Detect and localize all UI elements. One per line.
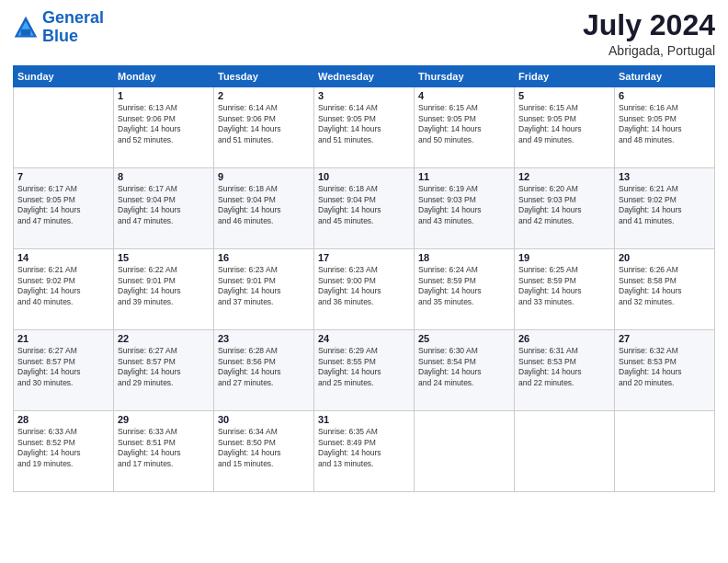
title-block: July 2024 Abrigada, Portugal — [583, 9, 715, 58]
day-number: 5 — [518, 90, 610, 101]
calendar-cell: 15Sunrise: 6:22 AMSunset: 9:01 PMDayligh… — [114, 249, 214, 330]
calendar-header: SundayMondayTuesdayWednesdayThursdayFrid… — [14, 66, 715, 87]
day-info: Sunrise: 6:30 AMSunset: 8:54 PMDaylight:… — [418, 346, 510, 388]
calendar-table: SundayMondayTuesdayWednesdayThursdayFrid… — [13, 65, 715, 492]
day-info: Sunrise: 6:33 AMSunset: 8:52 PMDaylight:… — [17, 427, 109, 469]
location: Abrigada, Portugal — [583, 43, 715, 58]
calendar-cell: 19Sunrise: 6:25 AMSunset: 8:59 PMDayligh… — [515, 249, 615, 330]
calendar-cell — [615, 411, 715, 492]
calendar-cell: 5Sunrise: 6:15 AMSunset: 9:05 PMDaylight… — [515, 87, 615, 168]
calendar-week-row: 1Sunrise: 6:13 AMSunset: 9:06 PMDaylight… — [14, 87, 715, 168]
day-info: Sunrise: 6:17 AMSunset: 9:04 PMDaylight:… — [118, 184, 210, 226]
day-number: 10 — [318, 171, 410, 182]
day-info: Sunrise: 6:28 AMSunset: 8:56 PMDaylight:… — [218, 346, 310, 388]
calendar-cell: 4Sunrise: 6:15 AMSunset: 9:05 PMDaylight… — [415, 87, 515, 168]
calendar-cell: 30Sunrise: 6:34 AMSunset: 8:50 PMDayligh… — [214, 411, 314, 492]
day-info: Sunrise: 6:18 AMSunset: 9:04 PMDaylight:… — [318, 184, 410, 226]
day-info: Sunrise: 6:29 AMSunset: 8:55 PMDaylight:… — [318, 346, 410, 388]
day-info: Sunrise: 6:33 AMSunset: 8:51 PMDaylight:… — [118, 427, 210, 469]
day-info: Sunrise: 6:31 AMSunset: 8:53 PMDaylight:… — [518, 346, 610, 388]
day-number: 4 — [418, 90, 510, 101]
weekday-header: Tuesday — [214, 66, 314, 87]
calendar-cell: 6Sunrise: 6:16 AMSunset: 9:05 PMDaylight… — [615, 87, 715, 168]
day-number: 23 — [218, 333, 310, 344]
calendar-cell: 12Sunrise: 6:20 AMSunset: 9:03 PMDayligh… — [515, 168, 615, 249]
day-number: 6 — [619, 90, 711, 101]
day-number: 24 — [318, 333, 410, 344]
calendar-cell: 13Sunrise: 6:21 AMSunset: 9:02 PMDayligh… — [615, 168, 715, 249]
calendar-week-row: 28Sunrise: 6:33 AMSunset: 8:52 PMDayligh… — [14, 411, 715, 492]
day-info: Sunrise: 6:22 AMSunset: 9:01 PMDaylight:… — [118, 265, 210, 307]
weekday-header: Thursday — [415, 66, 515, 87]
day-number: 27 — [619, 333, 711, 344]
day-number: 14 — [17, 252, 109, 263]
calendar-cell: 8Sunrise: 6:17 AMSunset: 9:04 PMDaylight… — [114, 168, 214, 249]
day-info: Sunrise: 6:17 AMSunset: 9:05 PMDaylight:… — [17, 184, 109, 226]
calendar-cell — [14, 87, 114, 168]
day-info: Sunrise: 6:23 AMSunset: 9:01 PMDaylight:… — [218, 265, 310, 307]
day-info: Sunrise: 6:27 AMSunset: 8:57 PMDaylight:… — [118, 346, 210, 388]
day-info: Sunrise: 6:19 AMSunset: 9:03 PMDaylight:… — [418, 184, 510, 226]
day-number: 3 — [318, 90, 410, 101]
day-number: 9 — [218, 171, 310, 182]
calendar-week-row: 7Sunrise: 6:17 AMSunset: 9:05 PMDaylight… — [14, 168, 715, 249]
calendar-cell: 18Sunrise: 6:24 AMSunset: 8:59 PMDayligh… — [415, 249, 515, 330]
day-number: 13 — [619, 171, 711, 182]
calendar-cell: 20Sunrise: 6:26 AMSunset: 8:58 PMDayligh… — [615, 249, 715, 330]
calendar-cell — [415, 411, 515, 492]
calendar-cell: 22Sunrise: 6:27 AMSunset: 8:57 PMDayligh… — [114, 330, 214, 411]
calendar-cell: 17Sunrise: 6:23 AMSunset: 9:00 PMDayligh… — [314, 249, 415, 330]
calendar-cell: 31Sunrise: 6:35 AMSunset: 8:49 PMDayligh… — [314, 411, 415, 492]
day-info: Sunrise: 6:14 AMSunset: 9:06 PMDaylight:… — [218, 103, 310, 145]
day-info: Sunrise: 6:32 AMSunset: 8:53 PMDaylight:… — [619, 346, 711, 388]
day-info: Sunrise: 6:34 AMSunset: 8:50 PMDaylight:… — [218, 427, 310, 469]
month-year: July 2024 — [583, 9, 715, 41]
logo-text: General Blue — [42, 9, 104, 46]
day-info: Sunrise: 6:27 AMSunset: 8:57 PMDaylight:… — [17, 346, 109, 388]
calendar-cell: 28Sunrise: 6:33 AMSunset: 8:52 PMDayligh… — [14, 411, 114, 492]
day-info: Sunrise: 6:15 AMSunset: 9:05 PMDaylight:… — [518, 103, 610, 145]
calendar-cell: 27Sunrise: 6:32 AMSunset: 8:53 PMDayligh… — [615, 330, 715, 411]
day-info: Sunrise: 6:13 AMSunset: 9:06 PMDaylight:… — [118, 103, 210, 145]
day-number: 28 — [17, 414, 109, 425]
day-info: Sunrise: 6:21 AMSunset: 9:02 PMDaylight:… — [17, 265, 109, 307]
calendar-cell: 1Sunrise: 6:13 AMSunset: 9:06 PMDaylight… — [114, 87, 214, 168]
day-number: 19 — [518, 252, 610, 263]
calendar-cell: 21Sunrise: 6:27 AMSunset: 8:57 PMDayligh… — [14, 330, 114, 411]
day-number: 31 — [318, 414, 410, 425]
calendar-cell: 7Sunrise: 6:17 AMSunset: 9:05 PMDaylight… — [14, 168, 114, 249]
calendar-cell: 10Sunrise: 6:18 AMSunset: 9:04 PMDayligh… — [314, 168, 415, 249]
day-number: 26 — [518, 333, 610, 344]
day-number: 20 — [619, 252, 711, 263]
day-info: Sunrise: 6:15 AMSunset: 9:05 PMDaylight:… — [418, 103, 510, 145]
calendar-cell: 16Sunrise: 6:23 AMSunset: 9:01 PMDayligh… — [214, 249, 314, 330]
day-info: Sunrise: 6:23 AMSunset: 9:00 PMDaylight:… — [318, 265, 410, 307]
calendar-cell: 11Sunrise: 6:19 AMSunset: 9:03 PMDayligh… — [415, 168, 515, 249]
day-info: Sunrise: 6:26 AMSunset: 8:58 PMDaylight:… — [619, 265, 711, 307]
weekday-header: Monday — [114, 66, 214, 87]
day-number: 12 — [518, 171, 610, 182]
day-number: 2 — [218, 90, 310, 101]
day-number: 8 — [118, 171, 210, 182]
day-info: Sunrise: 6:16 AMSunset: 9:05 PMDaylight:… — [619, 103, 711, 145]
calendar-cell: 9Sunrise: 6:18 AMSunset: 9:04 PMDaylight… — [214, 168, 314, 249]
calendar-cell — [515, 411, 615, 492]
day-number: 18 — [418, 252, 510, 263]
calendar-cell: 14Sunrise: 6:21 AMSunset: 9:02 PMDayligh… — [14, 249, 114, 330]
calendar-week-row: 14Sunrise: 6:21 AMSunset: 9:02 PMDayligh… — [14, 249, 715, 330]
day-info: Sunrise: 6:35 AMSunset: 8:49 PMDaylight:… — [318, 427, 410, 469]
logo-line2: Blue — [42, 27, 78, 45]
calendar-cell: 3Sunrise: 6:14 AMSunset: 9:05 PMDaylight… — [314, 87, 415, 168]
day-number: 29 — [118, 414, 210, 425]
calendar-cell: 24Sunrise: 6:29 AMSunset: 8:55 PMDayligh… — [314, 330, 415, 411]
day-number: 21 — [17, 333, 109, 344]
day-info: Sunrise: 6:14 AMSunset: 9:05 PMDaylight:… — [318, 103, 410, 145]
weekday-row: SundayMondayTuesdayWednesdayThursdayFrid… — [14, 66, 715, 87]
day-info: Sunrise: 6:20 AMSunset: 9:03 PMDaylight:… — [518, 184, 610, 226]
day-number: 17 — [318, 252, 410, 263]
day-number: 30 — [218, 414, 310, 425]
logo: General Blue — [13, 9, 104, 46]
calendar-cell: 23Sunrise: 6:28 AMSunset: 8:56 PMDayligh… — [214, 330, 314, 411]
page-container: General Blue July 2024 Abrigada, Portuga… — [0, 0, 728, 563]
weekday-header: Wednesday — [314, 66, 415, 87]
